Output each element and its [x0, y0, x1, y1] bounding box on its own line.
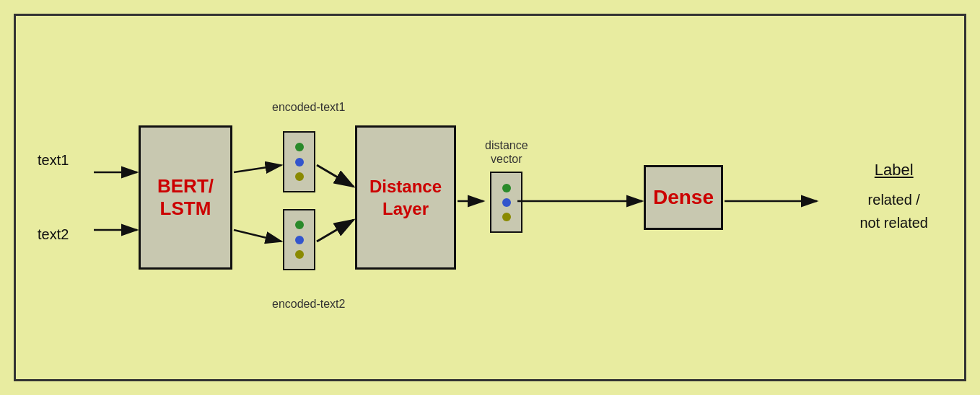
- text2-label: text2: [38, 226, 69, 243]
- svg-line-6: [317, 220, 354, 241]
- vector2-dot3: [295, 250, 304, 259]
- distance-layer-box: Distance Layer: [355, 125, 456, 270]
- distance-layer-label: Distance Layer: [369, 175, 442, 220]
- vector1-dot2: [295, 158, 304, 167]
- output-title: Label: [875, 161, 914, 179]
- encoded-text1-label: encoded-text1: [272, 101, 345, 114]
- bert-lstm-label: BERT/ LSTM: [157, 175, 214, 220]
- encoded-vector2: [283, 209, 315, 270]
- vector2-dot1: [295, 221, 304, 229]
- distance-vector-label-wrap: distance vector: [485, 138, 528, 233]
- bert-lstm-box: BERT/ LSTM: [139, 125, 232, 270]
- dist-vec-dot3: [502, 213, 511, 221]
- text1-text: text1: [38, 152, 69, 169]
- vector2-dot2: [295, 236, 304, 244]
- distance-vector-label: distance vector: [485, 138, 528, 166]
- distance-vector-box: [490, 172, 522, 233]
- text1-label: text1: [38, 152, 69, 169]
- diagram-container: text1 text2 BERT/ LSTM encoded-text1 enc…: [14, 14, 966, 381]
- svg-line-4: [234, 230, 281, 241]
- text2-text: text2: [38, 226, 69, 243]
- encoded-vector1: [283, 131, 315, 192]
- vector1-dot3: [295, 172, 304, 181]
- svg-line-5: [317, 165, 354, 187]
- output-values: related / not related: [859, 188, 928, 234]
- encoded-text2-label: encoded-text2: [272, 298, 345, 311]
- dist-vec-dot2: [502, 198, 511, 207]
- input-labels: text1 text2: [38, 152, 69, 243]
- output-label-section: Label related / not related: [859, 161, 928, 234]
- vector1-dot1: [295, 143, 304, 151]
- dense-box: Dense: [644, 165, 723, 230]
- dense-label: Dense: [653, 186, 714, 209]
- dist-vec-dot1: [502, 184, 511, 192]
- svg-line-3: [234, 165, 281, 172]
